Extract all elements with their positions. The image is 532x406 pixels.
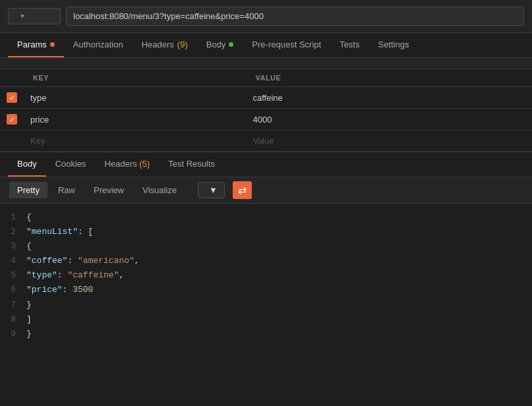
- line-number: 8: [0, 312, 26, 327]
- tab-headers[interactable]: Headers (9): [133, 33, 197, 57]
- top-tabs: Params Authorization Headers (9) Body Pr…: [0, 33, 532, 58]
- line-content: "price": 3500: [26, 283, 532, 297]
- body-subtabs: Pretty Raw Preview Visualize ▼ ⇄: [0, 177, 532, 204]
- col-key: KEY: [24, 69, 246, 87]
- code-token-punct: ,: [134, 256, 140, 266]
- line-number: 4: [0, 254, 26, 268]
- tab-body-response-label: Body: [17, 159, 37, 169]
- subtab-preview-label: Preview: [94, 185, 124, 195]
- tab-pre-request[interactable]: Pre-request Script: [243, 33, 330, 57]
- tab-settings[interactable]: Settings: [369, 33, 418, 57]
- tab-cookies-label: Cookies: [55, 159, 86, 169]
- tab-headers-count: (9): [177, 40, 188, 49]
- line-content: {: [26, 210, 532, 225]
- request-bar: ▼: [0, 0, 532, 33]
- method-select[interactable]: ▼: [8, 8, 61, 24]
- subtab-preview[interactable]: Preview: [86, 182, 132, 198]
- checkbox-cell: ✓: [0, 109, 24, 130]
- tab-params-label: Params: [17, 40, 47, 49]
- tab-headers-label: Headers: [142, 40, 174, 49]
- code-line: 8 ]: [0, 312, 532, 327]
- tab-body-response[interactable]: Body: [8, 152, 46, 177]
- subtab-pretty[interactable]: Pretty: [9, 182, 47, 198]
- line-content: "type": "caffeine",: [26, 268, 532, 283]
- code-area: 1{2 "menuList": [3 {4 "coffee": "america…: [0, 204, 532, 348]
- code-token-punct: :: [57, 270, 68, 280]
- line-number: 1: [0, 210, 26, 225]
- method-arrow-icon: ▼: [19, 13, 26, 20]
- code-token-string: "caffeine": [67, 270, 119, 280]
- table-row: ✓ type caffeine: [0, 87, 532, 109]
- code-token-brace: }: [26, 329, 32, 339]
- code-token-string: "americano": [78, 256, 134, 266]
- empty-key-cell[interactable]: Key: [24, 130, 246, 152]
- param-checkbox-1[interactable]: ✓: [7, 114, 17, 125]
- tab-cookies[interactable]: Cookies: [46, 152, 96, 177]
- table-row: ✓ price 4000: [0, 109, 532, 130]
- url-input[interactable]: [66, 7, 524, 26]
- subtab-raw-label: Raw: [58, 185, 75, 195]
- line-number: 3: [0, 239, 26, 254]
- tab-tests[interactable]: Tests: [330, 33, 369, 57]
- bottom-tabs: Body Cookies Headers (5) Test Results: [0, 152, 532, 177]
- response-headers-count: (5): [139, 159, 150, 169]
- tab-body-label: Body: [206, 40, 226, 49]
- line-number: 9: [0, 327, 26, 341]
- line-number: 5: [0, 268, 26, 283]
- table-row-empty: Key Value: [0, 130, 532, 152]
- tab-settings-label: Settings: [378, 40, 409, 49]
- code-token-punct: :: [63, 285, 73, 295]
- line-number: 7: [0, 298, 26, 312]
- format-select[interactable]: ▼: [198, 182, 225, 198]
- col-value: VALUE: [246, 69, 532, 87]
- code-line: 9}: [0, 327, 532, 341]
- empty-checkbox-cell: [0, 130, 24, 152]
- code-token-number: 3500: [73, 285, 93, 295]
- line-content: ]: [26, 312, 532, 327]
- line-content: }: [26, 327, 532, 341]
- param-value-1: 4000: [246, 109, 532, 130]
- line-content: {: [26, 239, 532, 254]
- code-token-punct: :: [67, 256, 78, 266]
- body-dot: [229, 42, 233, 47]
- subtab-pretty-label: Pretty: [17, 185, 40, 195]
- tab-tests-label: Tests: [340, 40, 359, 49]
- empty-value-cell[interactable]: Value: [246, 130, 532, 152]
- param-checkbox-0[interactable]: ✓: [7, 92, 17, 103]
- params-dot: [50, 42, 55, 47]
- subtab-visualize[interactable]: Visualize: [134, 182, 185, 198]
- code-token-brace: }: [26, 300, 32, 310]
- code-line: 5 "type": "caffeine",: [0, 268, 532, 283]
- tab-pre-request-label: Pre-request Script: [252, 40, 321, 49]
- tab-authorization[interactable]: Authorization: [64, 33, 133, 57]
- tab-test-results[interactable]: Test Results: [159, 152, 224, 177]
- param-value-0: caffeine: [246, 87, 532, 109]
- subtab-visualize-label: Visualize: [142, 185, 177, 195]
- code-line: 6 "price": 3500: [0, 283, 532, 297]
- line-content: "coffee": "americano",: [26, 254, 532, 268]
- wrap-button[interactable]: ⇄: [233, 181, 252, 199]
- tab-body[interactable]: Body: [197, 33, 243, 57]
- tab-test-results-label: Test Results: [168, 159, 215, 169]
- checkbox-cell: ✓: [0, 87, 24, 109]
- tab-authorization-label: Authorization: [73, 40, 123, 49]
- tab-response-headers[interactable]: Headers (5): [96, 152, 160, 177]
- query-params-header: [0, 58, 532, 69]
- code-line: 7 }: [0, 298, 532, 312]
- line-content: }: [26, 298, 532, 312]
- params-table: KEY VALUE ✓ type caffeine ✓ price 4000 K…: [0, 69, 532, 152]
- code-token-brace: {: [26, 241, 32, 251]
- param-key-0: type: [24, 87, 246, 109]
- line-content: "menuList": [: [26, 225, 532, 239]
- code-token-punct: : [: [78, 227, 93, 237]
- tab-params[interactable]: Params: [8, 33, 64, 57]
- code-line: 3 {: [0, 239, 532, 254]
- code-line: 1{: [0, 210, 532, 225]
- tab-response-headers-label: Headers: [105, 159, 140, 169]
- col-checkbox: [0, 69, 24, 87]
- code-line: 4 "coffee": "americano",: [0, 254, 532, 268]
- subtab-raw[interactable]: Raw: [50, 182, 83, 198]
- line-number: 2: [0, 225, 26, 239]
- code-token-brace: ]: [26, 314, 32, 324]
- format-arrow-icon: ▼: [209, 185, 218, 195]
